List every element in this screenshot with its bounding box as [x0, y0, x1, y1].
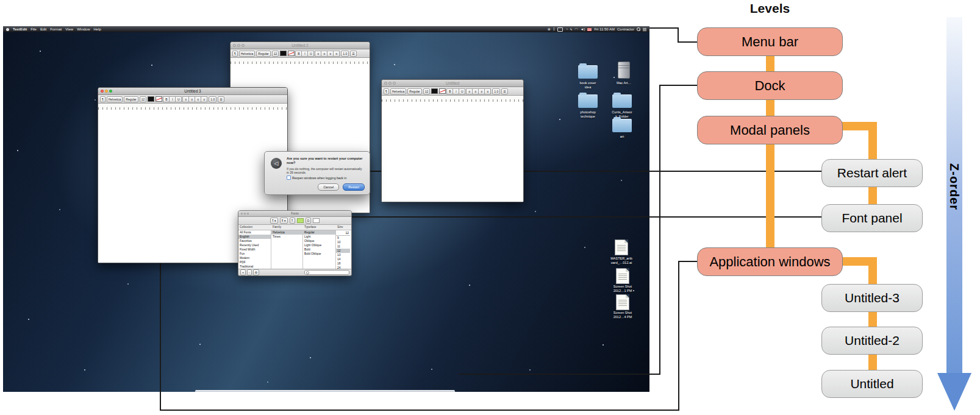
typeface-item[interactable]: Light Oblique: [303, 243, 335, 247]
wifi-icon[interactable]: ◠: [574, 27, 578, 31]
apple-menu-icon[interactable]: [6, 28, 9, 31]
font-size-menu[interactable]: 12: [423, 88, 431, 94]
add-collection-button[interactable]: +: [240, 269, 246, 275]
fonts-titlebar[interactable]: Fonts: [238, 211, 351, 217]
size-item[interactable]: 13: [336, 253, 350, 257]
desktop-icon-mac-art[interactable]: Mac Art…: [618, 62, 630, 79]
menu-file[interactable]: File: [30, 27, 37, 31]
font-family-menu[interactable]: Helvetica: [107, 96, 123, 102]
text-color-swatch[interactable]: [431, 88, 438, 94]
menu-format[interactable]: Format: [50, 27, 62, 31]
background-color-swatch[interactable]: [156, 96, 162, 102]
size-item-selected[interactable]: 12: [336, 249, 350, 253]
paragraph-style-menu[interactable]: ¶: [384, 88, 389, 94]
collection-item-selected[interactable]: English: [238, 235, 271, 239]
input-source-flag-icon[interactable]: [587, 28, 592, 31]
action-menu-button[interactable]: ⚙: [253, 269, 259, 275]
airplay-display-icon[interactable]: [557, 27, 563, 32]
universal-access-icon[interactable]: ⊕: [548, 27, 551, 31]
text-color-swatch[interactable]: [297, 218, 304, 223]
spotlight-icon[interactable]: [637, 27, 640, 31]
collection-item[interactable]: Recently Used: [238, 243, 271, 247]
underline-style-button[interactable]: T ▾: [270, 218, 278, 224]
background-color-swatch[interactable]: [288, 51, 295, 56]
typeface-item[interactable]: Light: [303, 235, 335, 239]
typeface-menu[interactable]: Regular: [124, 96, 138, 102]
underline-button[interactable]: U: [307, 51, 314, 57]
typeface-menu[interactable]: Regular: [407, 88, 422, 94]
document-color-button[interactable]: D: [306, 218, 312, 224]
desktop-icon-screen-shot-1pm[interactable]: Screen Shot 2012…1 PM: [616, 268, 629, 284]
line-spacing-menu[interactable]: 1.0: [492, 88, 500, 94]
paragraph-style-menu[interactable]: ¶: [100, 96, 106, 102]
restart-button[interactable]: Restart: [343, 183, 365, 191]
notification-center-icon[interactable]: [643, 28, 646, 31]
desktop-icon-photoshop-technique[interactable]: photoshop technique: [578, 94, 598, 108]
font-family-menu[interactable]: Helvetica: [239, 51, 256, 57]
typeface-menu[interactable]: Regular: [256, 51, 271, 57]
background-color-swatch[interactable]: [439, 88, 446, 94]
underline-button[interactable]: U: [459, 88, 465, 94]
underline-button[interactable]: U: [175, 96, 182, 102]
desktop-icon-master-artboard[interactable]: MASTER_artb oard_…012.ai: [615, 239, 628, 255]
typeface-item[interactable]: Oblique: [303, 239, 335, 243]
collection-item[interactable]: Fun: [238, 252, 271, 256]
size-item[interactable]: 9: [336, 236, 350, 240]
window-titlebar[interactable]: Untitled: [382, 80, 523, 87]
collection-item[interactable]: Modern: [238, 256, 271, 260]
paragraph-style-menu[interactable]: ¶: [232, 51, 238, 57]
text-color-swatch[interactable]: [280, 51, 287, 56]
text-color-swatch[interactable]: [148, 96, 154, 102]
collection-item[interactable]: Fixed Width: [238, 247, 271, 252]
line-spacing-menu[interactable]: 1.0: [209, 96, 216, 102]
family-item-selected[interactable]: Helvetica: [271, 230, 302, 235]
collection-item[interactable]: PDF: [238, 260, 271, 264]
bluetooth-audio-icon[interactable]: ϟ: [570, 27, 572, 31]
align-right-button[interactable]: ≡: [201, 96, 207, 102]
menu-bar-clock[interactable]: Fri 11:50 AM: [594, 27, 615, 31]
size-item[interactable]: 10: [336, 240, 350, 244]
menu-help[interactable]: Help: [94, 27, 101, 31]
menu-bar-user[interactable]: Contractor: [617, 27, 634, 31]
align-right-button[interactable]: ≡: [333, 51, 340, 57]
font-size-menu[interactable]: 12: [140, 96, 147, 102]
line-spacing-menu[interactable]: 1.0: [341, 51, 349, 57]
time-machine-icon[interactable]: ◔: [565, 27, 568, 31]
text-area[interactable]: [382, 102, 523, 202]
size-item[interactable]: 18: [336, 261, 350, 266]
strikethrough-style-button[interactable]: Ŧ ▾: [280, 218, 288, 224]
reopen-windows-checkbox[interactable]: [287, 176, 291, 180]
desktop-icon-book-cover-idea[interactable]: book cover idea: [578, 65, 598, 79]
size-item[interactable]: 14: [336, 257, 350, 261]
size-item[interactable]: 11: [336, 244, 350, 249]
window-titlebar[interactable]: Untitled 2: [231, 42, 370, 49]
cancel-button[interactable]: Cancel: [318, 183, 339, 191]
font-size-menu[interactable]: 12: [272, 51, 279, 57]
family-item[interactable]: Times: [271, 235, 302, 239]
window-titlebar[interactable]: Untitled 3: [98, 88, 287, 95]
document-color-swatch[interactable]: [313, 218, 320, 223]
list-style-menu[interactable]: ☰: [218, 96, 224, 102]
size-value-field[interactable]: 12: [336, 230, 350, 236]
list-style-menu[interactable]: ☰: [350, 51, 356, 57]
collection-item[interactable]: All Fonts: [238, 230, 271, 235]
collection-item[interactable]: Traditional: [238, 264, 271, 269]
remove-collection-button[interactable]: -: [247, 269, 252, 275]
menu-window[interactable]: Window: [77, 27, 90, 31]
align-right-button[interactable]: ≡: [484, 88, 491, 94]
typeface-item[interactable]: Bold Oblique: [303, 252, 335, 256]
font-search-input[interactable]: [304, 270, 349, 275]
list-style-menu[interactable]: ☰: [501, 88, 507, 94]
menu-edit[interactable]: Edit: [40, 27, 46, 31]
typeface-item-selected[interactable]: Regular: [303, 230, 335, 235]
menu-view[interactable]: View: [65, 27, 73, 31]
collection-item[interactable]: Favorites: [238, 239, 271, 243]
app-menu-textedit[interactable]: TextEdit: [13, 27, 27, 31]
font-family-menu[interactable]: Helvetica: [390, 88, 407, 94]
text-color-button[interactable]: T: [290, 218, 295, 224]
desktop-icon-art[interactable]: art: [612, 119, 632, 132]
typeface-item[interactable]: Bold: [303, 247, 335, 252]
bluetooth-icon[interactable]: ᛒ: [553, 27, 556, 31]
desktop-icon-curtis-artwork-folder[interactable]: Curtis_Artwor k_Folder: [612, 94, 632, 108]
desktop-icon-screen-shot-4pm[interactable]: Screen Shot 2012…4 PM: [616, 294, 629, 310]
